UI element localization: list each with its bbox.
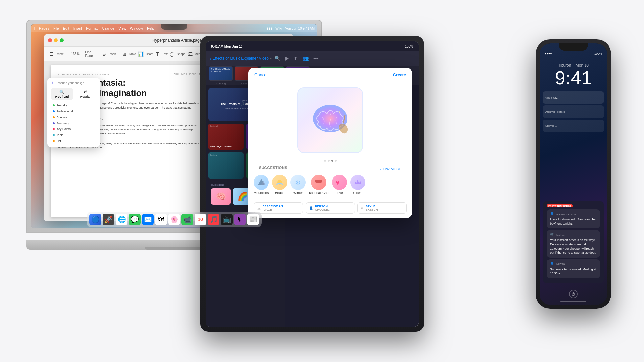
toolbar-chart-btn[interactable]: 📊 <box>138 49 144 58</box>
notif-instacart-text: Your Instacart order is on the way! Deli… <box>550 238 597 255</box>
menubar-format[interactable]: Format <box>86 26 98 30</box>
menubar-view[interactable]: View <box>118 26 126 30</box>
wt-item-summary[interactable]: Summary <box>51 120 97 126</box>
wt-tab-proofread[interactable]: 🔍 Proofread <box>51 88 73 100</box>
dock-calendar[interactable]: 10 <box>195 214 206 225</box>
iphone-time-display: Tiburon Mon 10 9:41 <box>540 63 607 87</box>
dock-news[interactable]: 📰 <box>247 214 259 225</box>
menubar-right: ▮▮▮ WiFi Mon Jun 10 9:41 AM <box>267 27 315 30</box>
toolbar-zoom[interactable]: 136% <box>69 52 81 56</box>
dialog-describe-field[interactable]: 🖼 DESCRIBE AN IMAGE <box>254 202 303 214</box>
dialog-person-field[interactable]: 👤 PERSON CHOOSE... <box>306 202 355 214</box>
ipad-time: 9:41 AM Mon Jun 10 <box>211 45 242 48</box>
dialog-show-more-btn[interactable]: SHOW MORE <box>379 167 407 171</box>
toolbar-text-btn[interactable]: T <box>155 49 160 58</box>
wt-item-concise[interactable]: Concise <box>51 114 97 120</box>
suggestion-beach[interactable]: Beach <box>272 175 287 195</box>
mountains-icon <box>254 175 269 190</box>
suggestion-love[interactable]: ♥ Love <box>332 175 347 195</box>
iphone-power-btn[interactable]: ⏻ <box>569 290 578 298</box>
dock-music[interactable]: 🎵 <box>208 214 219 225</box>
menubar-insert[interactable]: Insert <box>73 26 82 30</box>
iphone-archival-card: Archival Footage <box>543 105 604 118</box>
wt-friendly-label: Friendly <box>57 104 67 107</box>
notif-instacart-header: 🛒 Instacart <box>550 233 597 237</box>
wt-tab-proofread-label: Proofread <box>55 95 69 98</box>
close-button[interactable] <box>48 38 52 42</box>
wt-tab-rewrite[interactable]: ↺ Rewrite <box>74 88 97 100</box>
dock-appletv[interactable]: 📺 <box>221 214 233 225</box>
wt-item-list[interactable]: List <box>51 138 97 144</box>
wt-item-table[interactable]: Table <box>51 132 97 138</box>
menubar-file[interactable]: File <box>53 26 59 30</box>
toolbar-table-btn[interactable]: ⊞ <box>122 49 127 58</box>
keynote-more-icon[interactable]: ••• <box>313 56 319 61</box>
writing-tools-tabs[interactable]: 🔍 Proofread ↺ Rewrite <box>51 88 97 100</box>
concise-dot <box>53 116 55 118</box>
menubar-edit[interactable]: Edit <box>63 26 69 30</box>
dock-facetime[interactable]: 📹 <box>181 214 193 225</box>
wt-item-keypoints[interactable]: Key Points <box>51 126 97 132</box>
suggestion-baseball[interactable]: Baseball Cap <box>309 175 328 195</box>
wt-item-friendly[interactable]: Friendly <box>51 102 97 108</box>
menubar-datetime: Mon Jun 10 9:41 AM <box>285 27 315 30</box>
dialog-header: Cancel Create <box>248 68 412 82</box>
keynote-back-btn[interactable]: ‹ Effects of Music Explainer Video ▾ <box>210 56 272 61</box>
toolbar-shape-btn[interactable]: ◯ <box>170 49 175 58</box>
keynote-share-icon[interactable]: ⬆ <box>294 56 298 61</box>
keypoints-dot <box>53 128 55 130</box>
mac-menubar:  Pages File Edit Insert Format Arrange … <box>31 24 317 32</box>
wt-item-professional[interactable]: Professional <box>51 108 97 114</box>
keynote-play-icon[interactable]: ▶ <box>285 56 289 61</box>
menubar-window[interactable]: Window <box>130 26 143 30</box>
suggestion-winter[interactable]: ❄ Winter <box>290 175 306 195</box>
toolbar-insert-label: Insert <box>109 52 116 56</box>
dialog-style-field[interactable]: ✏ STYLE SKETCH <box>357 202 407 214</box>
wt-keypoints-label: Key Points <box>57 127 71 131</box>
apple-menu[interactable]:  <box>34 26 35 31</box>
friendly-dot <box>53 104 55 106</box>
beach-icon <box>272 175 287 190</box>
menubar-arrange[interactable]: Arrange <box>102 26 114 30</box>
dock-launchpad[interactable]: 🚀 <box>103 214 114 225</box>
iphone-notch <box>559 43 588 51</box>
illus-brain[interactable]: 🧠 <box>211 188 231 205</box>
minimize-button[interactable] <box>54 38 58 42</box>
slide-mini-section4[interactable]: Section 4 <box>208 152 244 179</box>
priority-header: Priority Notifications <box>547 204 600 207</box>
keynote-collab-icon[interactable]: 👥 <box>303 56 309 61</box>
dialog-create-btn[interactable]: Create <box>393 72 406 77</box>
dock-photos[interactable]: 🌸 <box>168 214 180 225</box>
toolbar-media-btn[interactable]: 🖼 <box>187 49 193 58</box>
dock-finder[interactable]: 🔵 <box>89 214 101 225</box>
preview-dot-4 <box>335 160 337 162</box>
toolbar-insert-btn[interactable]: ⊕ <box>102 49 107 58</box>
keynote-search-icon[interactable]: 🔍 <box>274 56 281 61</box>
toolbar-text-label: Text <box>162 52 168 56</box>
notif-edwina-name: Edwina <box>556 262 565 265</box>
section1-tag: Section 1 <box>210 125 218 127</box>
notif-instacart[interactable]: 🛒 Instacart Your Instacart order is on t… <box>547 230 600 257</box>
notif-edwina[interactable]: 👤 Edwina Summer interns arrived. Meeting… <box>547 259 600 278</box>
toolbar-view-btn[interactable]: ☰ <box>47 49 56 58</box>
slide-nav-opening[interactable]: The Effects of Music on Memory Opening <box>209 66 233 85</box>
suggestion-crown[interactable]: Crown <box>350 175 365 195</box>
sparkle-icon: ✦ <box>51 81 54 85</box>
dock-mail[interactable]: ✉️ <box>142 214 154 225</box>
slide-mini-section1[interactable]: Section 1 Neurologic Connect... <box>208 124 244 150</box>
dock-messages[interactable]: 💬 <box>129 214 141 225</box>
menubar-help[interactable]: Help <box>147 26 154 30</box>
notif-isabella[interactable]: 👤 Isabella Lamarre Invite for dinner wit… <box>547 209 600 228</box>
iphone-lockscreen: ●●●● 100% Tiburon Mon 10 9:41 <box>540 43 607 305</box>
menubar-pages[interactable]: Pages <box>39 26 49 30</box>
suggestion-mountains[interactable]: Mountains <box>254 175 269 195</box>
priority-badge: Priority Notifications <box>547 204 573 207</box>
iphone-screen: ●●●● 100% Tiburon Mon 10 9:41 <box>540 43 607 305</box>
zoom-button[interactable] <box>60 38 64 42</box>
dock-podcasts[interactable]: 🎙 <box>234 214 246 225</box>
dock-safari[interactable]: 🌐 <box>116 214 127 225</box>
notif-edwina-header: 👤 Edwina <box>550 262 597 266</box>
toolbar-chart-label: Chart <box>146 52 153 56</box>
dialog-cancel-btn[interactable]: Cancel <box>254 72 267 77</box>
dock-maps[interactable]: 🗺 <box>155 214 167 225</box>
